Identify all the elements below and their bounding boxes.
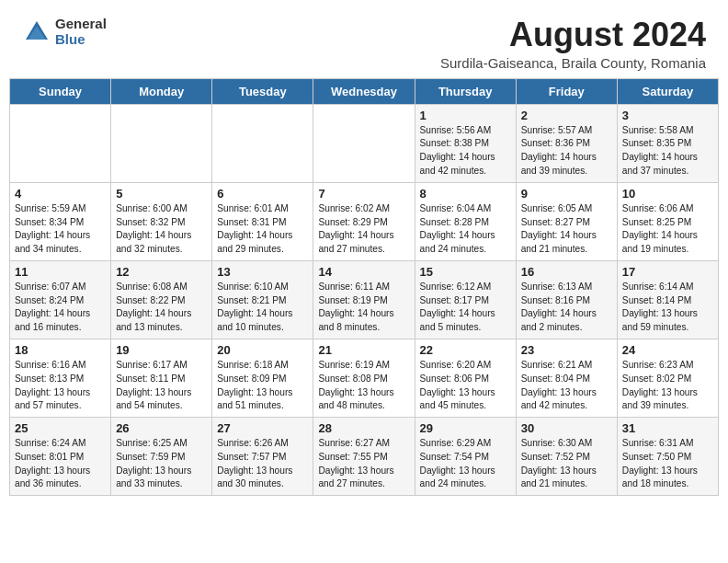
day-info: Sunrise: 5:57 AMSunset: 8:36 PMDaylight:… <box>521 124 612 178</box>
day-number: 29 <box>420 421 511 435</box>
week-row-5: 25Sunrise: 6:24 AMSunset: 8:01 PMDayligh… <box>10 418 719 496</box>
day-header-thursday: Thursday <box>415 78 516 104</box>
day-cell <box>111 104 212 182</box>
day-cell: 23Sunrise: 6:21 AMSunset: 8:04 PMDayligh… <box>516 339 617 417</box>
day-header-tuesday: Tuesday <box>212 78 313 104</box>
day-cell: 28Sunrise: 6:27 AMSunset: 7:55 PMDayligh… <box>313 418 415 496</box>
day-info: Sunrise: 6:11 AMSunset: 8:19 PMDaylight:… <box>318 281 409 335</box>
logo-general: General <box>55 17 107 32</box>
day-cell: 15Sunrise: 6:12 AMSunset: 8:17 PMDayligh… <box>415 260 516 339</box>
day-number: 9 <box>521 187 612 201</box>
day-number: 1 <box>420 109 511 122</box>
day-info: Sunrise: 6:00 AMSunset: 8:32 PMDaylight:… <box>116 202 207 257</box>
day-header-monday: Monday <box>111 78 212 104</box>
week-row-2: 4Sunrise: 5:59 AMSunset: 8:34 PMDaylight… <box>10 182 719 260</box>
day-info: Sunrise: 6:01 AMSunset: 8:31 PMDaylight:… <box>217 202 308 257</box>
day-number: 22 <box>420 343 511 357</box>
day-number: 20 <box>217 343 308 357</box>
week-row-4: 18Sunrise: 6:16 AMSunset: 8:13 PMDayligh… <box>10 339 719 417</box>
day-number: 2 <box>521 109 612 122</box>
day-cell: 5Sunrise: 6:00 AMSunset: 8:32 PMDaylight… <box>111 182 212 260</box>
day-cell: 12Sunrise: 6:08 AMSunset: 8:22 PMDayligh… <box>111 260 212 339</box>
day-info: Sunrise: 6:05 AMSunset: 8:27 PMDaylight:… <box>521 202 612 257</box>
header-row: SundayMondayTuesdayWednesdayThursdayFrid… <box>10 78 719 104</box>
day-cell: 21Sunrise: 6:19 AMSunset: 8:08 PMDayligh… <box>313 339 415 417</box>
day-info: Sunrise: 6:24 AMSunset: 8:01 PMDaylight:… <box>15 437 106 491</box>
logo-text: General Blue <box>55 17 107 47</box>
day-info: Sunrise: 6:29 AMSunset: 7:54 PMDaylight:… <box>420 437 511 491</box>
day-info: Sunrise: 5:59 AMSunset: 8:34 PMDaylight:… <box>15 202 106 257</box>
day-cell: 29Sunrise: 6:29 AMSunset: 7:54 PMDayligh… <box>415 418 516 496</box>
day-info: Sunrise: 6:02 AMSunset: 8:29 PMDaylight:… <box>318 202 409 257</box>
day-info: Sunrise: 6:31 AMSunset: 7:50 PMDaylight:… <box>622 437 713 491</box>
day-cell: 4Sunrise: 5:59 AMSunset: 8:34 PMDaylight… <box>10 182 111 260</box>
day-number: 19 <box>116 343 207 357</box>
day-cell: 3Sunrise: 5:58 AMSunset: 8:35 PMDaylight… <box>617 104 718 182</box>
day-info: Sunrise: 6:25 AMSunset: 7:59 PMDaylight:… <box>116 437 207 491</box>
day-header-sunday: Sunday <box>10 78 111 104</box>
day-cell: 14Sunrise: 6:11 AMSunset: 8:19 PMDayligh… <box>313 260 415 339</box>
day-cell: 1Sunrise: 5:56 AMSunset: 8:38 PMDaylight… <box>415 104 516 182</box>
day-cell <box>313 104 415 182</box>
day-number: 8 <box>420 187 511 201</box>
day-info: Sunrise: 6:08 AMSunset: 8:22 PMDaylight:… <box>116 281 207 335</box>
day-cell: 16Sunrise: 6:13 AMSunset: 8:16 PMDayligh… <box>516 260 617 339</box>
day-cell: 26Sunrise: 6:25 AMSunset: 7:59 PMDayligh… <box>111 418 212 496</box>
day-cell: 27Sunrise: 6:26 AMSunset: 7:57 PMDayligh… <box>212 418 313 496</box>
day-number: 25 <box>15 421 106 435</box>
day-cell: 11Sunrise: 6:07 AMSunset: 8:24 PMDayligh… <box>10 260 111 339</box>
day-info: Sunrise: 6:10 AMSunset: 8:21 PMDaylight:… <box>217 281 308 335</box>
day-info: Sunrise: 6:04 AMSunset: 8:28 PMDaylight:… <box>420 202 511 257</box>
day-cell: 24Sunrise: 6:23 AMSunset: 8:02 PMDayligh… <box>617 339 718 417</box>
day-info: Sunrise: 6:23 AMSunset: 8:02 PMDaylight:… <box>622 359 713 413</box>
week-row-1: 1Sunrise: 5:56 AMSunset: 8:38 PMDaylight… <box>10 104 719 182</box>
day-cell: 2Sunrise: 5:57 AMSunset: 8:36 PMDaylight… <box>516 104 617 182</box>
day-info: Sunrise: 6:26 AMSunset: 7:57 PMDaylight:… <box>217 437 308 491</box>
page-header: General Blue August 2024 Surdila-Gaisean… <box>0 0 728 78</box>
day-cell: 10Sunrise: 6:06 AMSunset: 8:25 PMDayligh… <box>617 182 718 260</box>
day-number: 23 <box>521 343 612 357</box>
day-number: 17 <box>622 265 713 279</box>
day-number: 5 <box>116 187 207 201</box>
day-number: 4 <box>15 187 106 201</box>
day-number: 13 <box>217 265 308 279</box>
day-cell: 7Sunrise: 6:02 AMSunset: 8:29 PMDaylight… <box>313 182 415 260</box>
day-info: Sunrise: 6:21 AMSunset: 8:04 PMDaylight:… <box>521 359 612 413</box>
day-number: 27 <box>217 421 308 435</box>
day-number: 7 <box>318 187 409 201</box>
day-cell: 30Sunrise: 6:30 AMSunset: 7:52 PMDayligh… <box>516 418 617 496</box>
day-info: Sunrise: 6:18 AMSunset: 8:09 PMDaylight:… <box>217 359 308 413</box>
day-cell: 17Sunrise: 6:14 AMSunset: 8:14 PMDayligh… <box>617 260 718 339</box>
day-info: Sunrise: 5:56 AMSunset: 8:38 PMDaylight:… <box>420 124 511 178</box>
day-header-saturday: Saturday <box>617 78 718 104</box>
day-cell: 19Sunrise: 6:17 AMSunset: 8:11 PMDayligh… <box>111 339 212 417</box>
title-area: August 2024 Surdila-Gaiseanca, Braila Co… <box>440 17 706 71</box>
day-cell: 9Sunrise: 6:05 AMSunset: 8:27 PMDaylight… <box>516 182 617 260</box>
day-number: 28 <box>318 421 409 435</box>
calendar-table: SundayMondayTuesdayWednesdayThursdayFrid… <box>9 78 719 497</box>
day-number: 24 <box>622 343 713 357</box>
month-title: August 2024 <box>440 17 706 53</box>
day-info: Sunrise: 6:12 AMSunset: 8:17 PMDaylight:… <box>420 281 511 335</box>
week-row-3: 11Sunrise: 6:07 AMSunset: 8:24 PMDayligh… <box>10 260 719 339</box>
day-number: 3 <box>622 109 713 122</box>
day-header-friday: Friday <box>516 78 617 104</box>
day-cell <box>212 104 313 182</box>
day-number: 16 <box>521 265 612 279</box>
day-number: 11 <box>15 265 106 279</box>
day-info: Sunrise: 6:17 AMSunset: 8:11 PMDaylight:… <box>116 359 207 413</box>
day-number: 15 <box>420 265 511 279</box>
day-info: Sunrise: 6:14 AMSunset: 8:14 PMDaylight:… <box>622 281 713 335</box>
day-header-wednesday: Wednesday <box>313 78 415 104</box>
day-cell: 18Sunrise: 6:16 AMSunset: 8:13 PMDayligh… <box>10 339 111 417</box>
day-info: Sunrise: 6:13 AMSunset: 8:16 PMDaylight:… <box>521 281 612 335</box>
day-info: Sunrise: 5:58 AMSunset: 8:35 PMDaylight:… <box>622 124 713 178</box>
day-cell <box>10 104 111 182</box>
day-info: Sunrise: 6:19 AMSunset: 8:08 PMDaylight:… <box>318 359 409 413</box>
day-number: 21 <box>318 343 409 357</box>
logo-icon <box>22 17 51 47</box>
day-number: 30 <box>521 421 612 435</box>
day-info: Sunrise: 6:30 AMSunset: 7:52 PMDaylight:… <box>521 437 612 491</box>
calendar-body: 1Sunrise: 5:56 AMSunset: 8:38 PMDaylight… <box>10 104 719 496</box>
day-cell: 20Sunrise: 6:18 AMSunset: 8:09 PMDayligh… <box>212 339 313 417</box>
